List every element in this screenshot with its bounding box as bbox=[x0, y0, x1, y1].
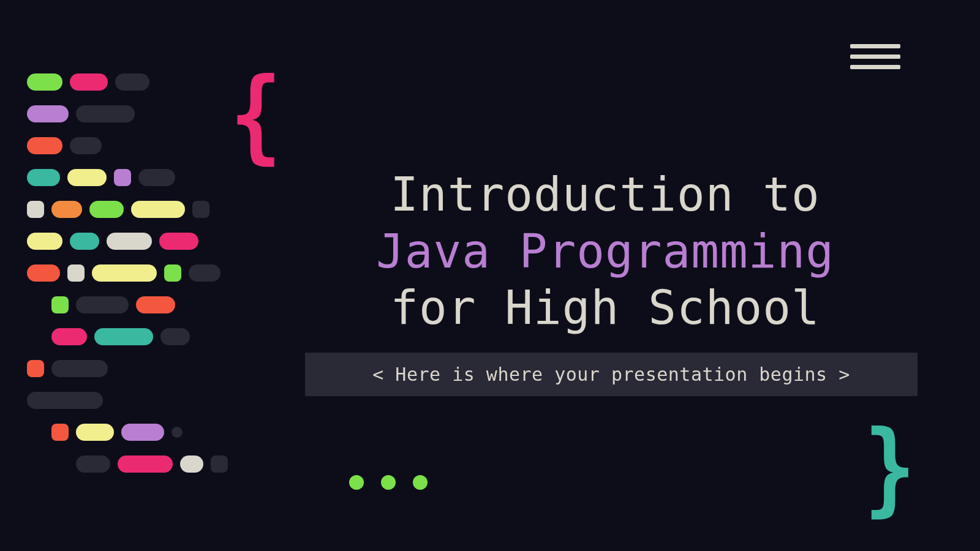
code-pill bbox=[89, 201, 124, 218]
title-block: Introduction to Java Programming for Hig… bbox=[305, 167, 905, 396]
code-pill bbox=[27, 392, 103, 409]
code-pill bbox=[159, 233, 198, 250]
code-pill bbox=[51, 296, 69, 313]
code-pill bbox=[164, 264, 181, 282]
code-pill bbox=[121, 424, 164, 441]
title-line-3: for High School bbox=[305, 280, 905, 337]
code-pill bbox=[76, 424, 114, 441]
code-pill bbox=[131, 201, 185, 218]
code-pill bbox=[160, 328, 190, 345]
code-pill bbox=[189, 264, 221, 282]
code-pill bbox=[136, 296, 175, 313]
code-pill bbox=[27, 201, 44, 218]
code-pill bbox=[172, 427, 183, 438]
code-pill bbox=[180, 455, 203, 473]
hamburger-bar bbox=[850, 65, 900, 69]
code-pill bbox=[67, 264, 85, 282]
code-pill bbox=[76, 296, 129, 313]
code-pill bbox=[51, 360, 108, 377]
code-pill bbox=[51, 328, 87, 345]
code-pill bbox=[27, 105, 69, 122]
hamburger-bar bbox=[850, 54, 900, 59]
open-brace-decor: { bbox=[230, 56, 281, 174]
code-art-decor bbox=[27, 73, 228, 473]
code-pill bbox=[76, 455, 110, 473]
code-pill bbox=[27, 169, 60, 186]
code-pill bbox=[118, 455, 173, 473]
ellipsis-dots-decor bbox=[349, 475, 428, 490]
code-pill bbox=[27, 233, 62, 250]
code-pill bbox=[211, 455, 228, 473]
code-pill bbox=[27, 137, 62, 154]
code-pill bbox=[76, 105, 135, 122]
hamburger-menu-icon[interactable] bbox=[850, 44, 900, 69]
subtitle-bar: < Here is where your presentation begins… bbox=[305, 353, 918, 396]
hamburger-bar bbox=[850, 44, 900, 48]
code-pill bbox=[70, 137, 102, 154]
title-line-2: Java Programming bbox=[305, 223, 905, 280]
code-pill bbox=[27, 73, 62, 91]
code-pill bbox=[27, 360, 44, 377]
code-pill bbox=[114, 169, 131, 186]
close-brace-decor: } bbox=[864, 409, 915, 527]
code-pill bbox=[92, 264, 157, 282]
code-pill bbox=[192, 201, 209, 218]
code-pill bbox=[51, 201, 82, 218]
code-pill bbox=[70, 73, 108, 91]
code-pill bbox=[107, 233, 152, 250]
code-pill bbox=[138, 169, 175, 186]
code-pill bbox=[67, 169, 107, 186]
code-pill bbox=[94, 328, 153, 345]
code-pill bbox=[27, 264, 60, 282]
code-pill bbox=[115, 73, 149, 91]
title-line-1: Introduction to bbox=[305, 167, 905, 223]
code-pill bbox=[51, 424, 69, 441]
code-pill bbox=[70, 233, 99, 250]
